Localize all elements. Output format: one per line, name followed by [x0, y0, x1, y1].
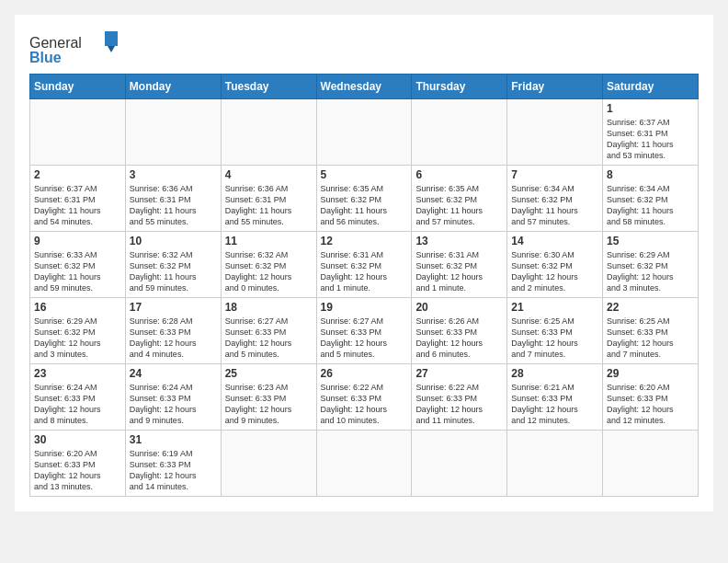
weekday-header-saturday: Saturday [603, 75, 699, 99]
day-info: Sunrise: 6:29 AM Sunset: 6:32 PM Dayligh… [607, 249, 694, 294]
day-number: 3 [130, 168, 217, 181]
day-info: Sunrise: 6:25 AM Sunset: 6:33 PM Dayligh… [607, 316, 694, 361]
day-number: 25 [225, 367, 313, 380]
day-info: Sunrise: 6:23 AM Sunset: 6:33 PM Dayligh… [225, 382, 313, 427]
day-info: Sunrise: 6:35 AM Sunset: 6:32 PM Dayligh… [415, 183, 503, 228]
day-number: 19 [321, 301, 408, 314]
weekday-header-sunday: Sunday [30, 75, 126, 99]
logo: General Blue [29, 29, 121, 66]
day-cell: 6Sunrise: 6:35 AM Sunset: 6:32 PM Daylig… [412, 166, 507, 232]
weekday-header-wednesday: Wednesday [316, 75, 412, 99]
day-info: Sunrise: 6:22 AM Sunset: 6:33 PM Dayligh… [321, 382, 408, 427]
calendar-table: SundayMondayTuesdayWednesdayThursdayFrid… [29, 74, 699, 497]
day-info: Sunrise: 6:33 AM Sunset: 6:32 PM Dayligh… [34, 249, 121, 294]
day-cell: 7Sunrise: 6:34 AM Sunset: 6:32 PM Daylig… [507, 166, 603, 232]
day-info: Sunrise: 6:28 AM Sunset: 6:33 PM Dayligh… [130, 316, 217, 361]
day-info: Sunrise: 6:24 AM Sunset: 6:33 PM Dayligh… [34, 382, 121, 427]
day-cell [507, 99, 603, 166]
svg-text:Blue: Blue [29, 50, 62, 65]
day-number: 28 [511, 367, 598, 380]
calendar-page: General Blue SundayMondayTuesdayWednesda… [15, 15, 713, 511]
day-info: Sunrise: 6:35 AM Sunset: 6:32 PM Dayligh… [321, 183, 408, 228]
week-row-4: 16Sunrise: 6:29 AM Sunset: 6:32 PM Dayli… [30, 298, 699, 364]
day-info: Sunrise: 6:27 AM Sunset: 6:33 PM Dayligh… [225, 316, 313, 361]
day-cell: 30Sunrise: 6:20 AM Sunset: 6:33 PM Dayli… [30, 431, 126, 497]
day-number: 29 [607, 367, 694, 380]
day-info: Sunrise: 6:37 AM Sunset: 6:31 PM Dayligh… [607, 117, 694, 162]
day-number: 14 [511, 235, 598, 247]
day-info: Sunrise: 6:26 AM Sunset: 6:33 PM Dayligh… [415, 316, 503, 361]
week-row-1: 1Sunrise: 6:37 AM Sunset: 6:31 PM Daylig… [30, 99, 699, 166]
day-number: 21 [511, 301, 598, 314]
day-cell: 24Sunrise: 6:24 AM Sunset: 6:33 PM Dayli… [125, 364, 221, 431]
weekday-header-friday: Friday [507, 75, 603, 99]
day-number: 24 [130, 367, 217, 380]
day-cell: 8Sunrise: 6:34 AM Sunset: 6:32 PM Daylig… [603, 166, 699, 232]
day-cell: 15Sunrise: 6:29 AM Sunset: 6:32 PM Dayli… [603, 232, 699, 298]
day-info: Sunrise: 6:37 AM Sunset: 6:31 PM Dayligh… [34, 183, 121, 228]
day-cell: 21Sunrise: 6:25 AM Sunset: 6:33 PM Dayli… [507, 298, 603, 364]
weekday-header-row: SundayMondayTuesdayWednesdayThursdayFrid… [30, 75, 699, 99]
day-info: Sunrise: 6:32 AM Sunset: 6:32 PM Dayligh… [225, 249, 313, 294]
day-cell: 16Sunrise: 6:29 AM Sunset: 6:32 PM Dayli… [30, 298, 126, 364]
day-info: Sunrise: 6:19 AM Sunset: 6:33 PM Dayligh… [130, 448, 217, 493]
day-number: 2 [34, 168, 121, 181]
day-number: 4 [225, 168, 313, 181]
day-number: 27 [415, 367, 503, 380]
day-info: Sunrise: 6:29 AM Sunset: 6:32 PM Dayligh… [34, 316, 121, 361]
day-cell: 10Sunrise: 6:32 AM Sunset: 6:32 PM Dayli… [125, 232, 221, 298]
day-cell: 13Sunrise: 6:31 AM Sunset: 6:32 PM Dayli… [412, 232, 507, 298]
day-number: 10 [130, 235, 217, 247]
day-number: 7 [511, 168, 598, 181]
day-info: Sunrise: 6:20 AM Sunset: 6:33 PM Dayligh… [34, 448, 121, 493]
day-cell [30, 99, 126, 166]
day-info: Sunrise: 6:36 AM Sunset: 6:31 PM Dayligh… [225, 183, 313, 228]
day-cell [412, 431, 507, 497]
day-number: 30 [34, 433, 121, 446]
day-cell: 22Sunrise: 6:25 AM Sunset: 6:33 PM Dayli… [603, 298, 699, 364]
day-info: Sunrise: 6:34 AM Sunset: 6:32 PM Dayligh… [511, 183, 598, 228]
day-cell: 2Sunrise: 6:37 AM Sunset: 6:31 PM Daylig… [30, 166, 126, 232]
day-number: 18 [225, 301, 313, 314]
day-number: 13 [415, 235, 503, 247]
svg-text:General: General [29, 35, 82, 51]
day-number: 12 [321, 235, 408, 247]
day-cell: 5Sunrise: 6:35 AM Sunset: 6:32 PM Daylig… [316, 166, 412, 232]
day-cell [412, 99, 507, 166]
day-number: 31 [130, 433, 217, 446]
day-number: 17 [130, 301, 217, 314]
header: General Blue [29, 29, 699, 66]
day-cell [316, 431, 412, 497]
day-number: 26 [321, 367, 408, 380]
day-number: 5 [321, 168, 408, 181]
day-info: Sunrise: 6:27 AM Sunset: 6:33 PM Dayligh… [321, 316, 408, 361]
day-cell: 9Sunrise: 6:33 AM Sunset: 6:32 PM Daylig… [30, 232, 126, 298]
day-info: Sunrise: 6:34 AM Sunset: 6:32 PM Dayligh… [607, 183, 694, 228]
day-cell: 23Sunrise: 6:24 AM Sunset: 6:33 PM Dayli… [30, 364, 126, 431]
weekday-header-monday: Monday [125, 75, 221, 99]
day-cell: 11Sunrise: 6:32 AM Sunset: 6:32 PM Dayli… [221, 232, 316, 298]
day-number: 1 [607, 102, 694, 115]
day-number: 23 [34, 367, 121, 380]
day-number: 16 [34, 301, 121, 314]
day-info: Sunrise: 6:32 AM Sunset: 6:32 PM Dayligh… [130, 249, 217, 294]
day-cell: 12Sunrise: 6:31 AM Sunset: 6:32 PM Dayli… [316, 232, 412, 298]
day-number: 15 [607, 235, 694, 247]
week-row-5: 23Sunrise: 6:24 AM Sunset: 6:33 PM Dayli… [30, 364, 699, 431]
day-cell: 31Sunrise: 6:19 AM Sunset: 6:33 PM Dayli… [125, 431, 221, 497]
day-cell: 28Sunrise: 6:21 AM Sunset: 6:33 PM Dayli… [507, 364, 603, 431]
day-number: 22 [607, 301, 694, 314]
day-cell [316, 99, 412, 166]
day-cell: 19Sunrise: 6:27 AM Sunset: 6:33 PM Dayli… [316, 298, 412, 364]
day-cell [603, 431, 699, 497]
day-cell: 27Sunrise: 6:22 AM Sunset: 6:33 PM Dayli… [412, 364, 507, 431]
day-info: Sunrise: 6:31 AM Sunset: 6:32 PM Dayligh… [415, 249, 503, 294]
week-row-2: 2Sunrise: 6:37 AM Sunset: 6:31 PM Daylig… [30, 166, 699, 232]
weekday-header-thursday: Thursday [412, 75, 507, 99]
day-number: 8 [607, 168, 694, 181]
day-cell: 26Sunrise: 6:22 AM Sunset: 6:33 PM Dayli… [316, 364, 412, 431]
day-info: Sunrise: 6:36 AM Sunset: 6:31 PM Dayligh… [130, 183, 217, 228]
day-info: Sunrise: 6:24 AM Sunset: 6:33 PM Dayligh… [130, 382, 217, 427]
day-cell [125, 99, 221, 166]
day-cell: 14Sunrise: 6:30 AM Sunset: 6:32 PM Dayli… [507, 232, 603, 298]
